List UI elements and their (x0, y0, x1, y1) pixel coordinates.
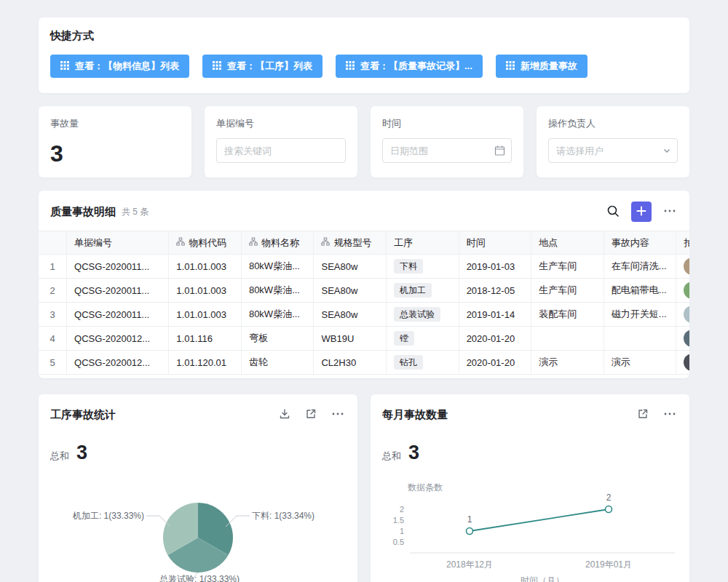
more-actions-button[interactable] (662, 203, 678, 221)
line-series (470, 509, 609, 531)
header-place[interactable]: 地点 (531, 231, 604, 255)
data-point[interactable] (606, 506, 612, 513)
table-row[interactable]: 4 QCSG-2020012... 1.01.116 弯板 WB19U 镗 20… (39, 327, 689, 351)
cell-material-name: 80kW柴油... (241, 303, 314, 327)
cell-material-name: 齿轮 (241, 351, 314, 375)
cell-material-code: 1.01.01.003 (169, 255, 242, 279)
process-tag: 下料 (394, 259, 423, 274)
header-photo[interactable]: 拍照 (676, 231, 689, 255)
open-in-new-icon (637, 408, 649, 422)
doc-number-search-input[interactable] (216, 138, 346, 163)
row-index: 3 (39, 303, 67, 327)
table-row[interactable]: 1 QCSG-2020011... 1.01.01.003 80kW柴油... … (39, 255, 689, 279)
operator-select[interactable] (548, 138, 678, 163)
header-content[interactable]: 事故内容 (604, 231, 676, 255)
shortcuts-card: 快捷方式 查看：【物料信息】列表 查看：【工序】列表 查看：【质量事故记录】..… (39, 17, 689, 93)
chart-more-button[interactable] (330, 406, 346, 424)
cell-time: 2019-01-03 (459, 255, 531, 279)
header-process[interactable]: 工序 (387, 231, 459, 255)
x-tick: 2018年12月 (446, 559, 493, 570)
cell-process: 下料 (387, 255, 459, 279)
grid-icon (213, 61, 221, 72)
chart-more-button[interactable] (662, 406, 678, 424)
table-title: 质量事故明细 (50, 205, 116, 219)
header-material-code[interactable]: 物料代码 (169, 231, 242, 255)
table-scroll-area[interactable]: 单据编号 物料代码 物料名称 规格型号 工序 时间 地点 事故内容 拍照 1 Q (39, 231, 689, 375)
data-point[interactable] (467, 528, 473, 535)
accident-count-card: 事故量 3 (39, 106, 191, 178)
plus-icon (636, 206, 646, 218)
x-axis-title: 时间（月） (521, 575, 564, 582)
pie-annotation-xialiao: 下料: 1(33.34%) (252, 511, 314, 521)
shortcut-label: 查看：【质量事故记录】... (360, 60, 472, 73)
table-header-row: 单据编号 物料代码 物料名称 规格型号 工序 时间 地点 事故内容 拍照 (39, 231, 689, 255)
open-chart-button[interactable] (304, 407, 318, 423)
table-row[interactable]: 2 QCSG-2020011... 1.01.01.003 80kW柴油... … (39, 279, 689, 303)
accident-count-value: 3 (50, 142, 180, 165)
shortcut-label: 查看：【物料信息】列表 (75, 60, 179, 73)
doc-number-filter-card: 单据编号 (205, 106, 357, 178)
cell-place: 装配车间 (531, 303, 604, 327)
search-icon (606, 204, 620, 220)
cell-doc-number: QCSG-2020011... (67, 303, 169, 327)
process-tag: 机加工 (394, 283, 432, 298)
cell-photo (676, 327, 689, 351)
open-chart-button[interactable] (636, 407, 650, 423)
header-spec-model[interactable]: 规格型号 (314, 231, 387, 255)
cell-time: 2019-01-14 (459, 303, 531, 327)
cell-process: 机加工 (387, 279, 459, 303)
line-chart-title: 每月事故数量 (382, 408, 448, 422)
cell-material-code: 1.01.120.01 (169, 351, 242, 375)
process-accident-chart-card: 工序事故统计 总和 3 机加工: 1(3 (39, 394, 357, 582)
shortcut-label: 新增质量事故 (521, 60, 577, 73)
header-doc-number[interactable]: 单据编号 (67, 231, 169, 255)
photo-thumbnail[interactable] (684, 306, 689, 323)
cell-content: 在车间清洗... (604, 255, 676, 279)
shortcut-view-accident-records-button[interactable]: 查看：【质量事故记录】... (336, 55, 483, 78)
row-index: 1 (39, 255, 67, 279)
cell-place: 演示 (531, 351, 604, 375)
header-row-number (39, 231, 67, 255)
photo-thumbnail[interactable] (684, 282, 689, 299)
date-range-input[interactable] (382, 138, 512, 163)
header-time[interactable]: 时间 (459, 231, 531, 255)
cell-photo (676, 303, 689, 327)
accident-detail-table-card: 质量事故明细 共 5 条 单据编号 物料代码 物料名称 (39, 191, 689, 378)
shortcut-add-accident-button[interactable]: 新增质量事故 (496, 55, 587, 78)
cell-content: 配电箱带电... (604, 279, 676, 303)
operator-filter-card: 操作负责人 (537, 106, 689, 178)
cell-spec-model: SEA80w (314, 255, 387, 279)
photo-thumbnail[interactable] (684, 330, 689, 347)
cell-process: 总装试验 (387, 303, 459, 327)
cell-material-code: 1.01.116 (169, 327, 242, 351)
cell-place (531, 327, 604, 351)
y-tick: 2 (400, 505, 404, 514)
point-value-label: 2 (606, 493, 612, 503)
download-chart-button[interactable] (277, 407, 292, 423)
cell-doc-number: QCSG-2020011... (67, 279, 169, 303)
shortcut-view-process-list-button[interactable]: 查看：【工序】列表 (202, 55, 323, 78)
add-record-button[interactable] (631, 202, 652, 222)
pie-total-value: 3 (76, 443, 87, 463)
photo-thumbnail[interactable] (684, 258, 689, 275)
cell-spec-model: SEA80w (314, 303, 387, 327)
y-axis-title: 数据条数 (408, 482, 443, 493)
line-total-value: 3 (408, 443, 419, 463)
table-row[interactable]: 3 QCSG-2020011... 1.01.01.003 80kW柴油... … (39, 303, 689, 327)
header-material-name[interactable]: 物料名称 (241, 231, 314, 255)
table-row[interactable]: 5 QCSG-2020012... 1.01.120.01 齿轮 CL2H30 … (39, 351, 689, 375)
cell-material-code: 1.01.01.003 (169, 303, 242, 327)
cell-process: 镗 (387, 327, 459, 351)
photo-thumbnail[interactable] (684, 354, 689, 371)
cell-photo (676, 255, 689, 279)
shortcut-label: 查看：【工序】列表 (227, 60, 312, 73)
grid-icon (506, 61, 515, 72)
search-button[interactable] (605, 203, 621, 221)
shortcut-buttons-row: 查看：【物料信息】列表 查看：【工序】列表 查看：【质量事故记录】... 新增质… (50, 55, 678, 78)
process-tag: 总装试验 (394, 307, 440, 322)
calendar-icon (494, 146, 505, 156)
shortcut-view-material-list-button[interactable]: 查看：【物料信息】列表 (50, 55, 189, 78)
time-filter-label: 时间 (382, 117, 512, 130)
operator-filter-label: 操作负责人 (548, 117, 678, 130)
shortcuts-title: 快捷方式 (50, 29, 678, 43)
